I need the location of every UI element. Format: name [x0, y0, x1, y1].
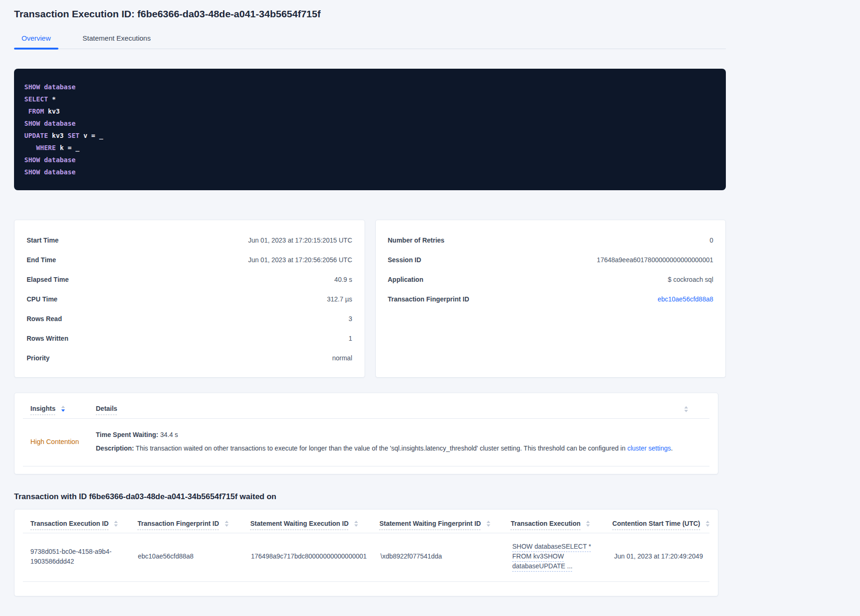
summary-card-session: Number of Retries 0 Session ID 17648a9ee… [375, 220, 726, 378]
sort-icon [225, 521, 229, 527]
column-header-contention-start-time[interactable]: Contention Start Time (UTC) [605, 520, 710, 527]
row-label: Number of Retries [388, 236, 444, 244]
details-column-header[interactable]: Details [96, 404, 117, 413]
row-value: Jun 01, 2023 at 17:20:15:2015 UTC [248, 236, 352, 244]
sort-icon [586, 521, 590, 527]
sort-icon [61, 406, 65, 412]
column-header-label: Transaction Execution [511, 520, 580, 527]
sort-icon [354, 521, 358, 527]
cell-statement-waiting-execution-id: 176498a9c717bdc80000000000000001 [244, 552, 373, 561]
row-value: $ cockroach sql [668, 276, 713, 283]
row-label: Priority [27, 354, 50, 362]
waited-on-table-header: Transaction Execution ID Transaction Fin… [23, 509, 710, 533]
summary-row-start-time: Start Time Jun 01, 2023 at 17:20:15:2015… [27, 230, 352, 250]
summary-row-session-id: Session ID 17648a9eea6017800000000000000… [388, 250, 714, 270]
cell-contention-start-time: Jun 01, 2023 at 17:20:49:2049 [607, 552, 710, 561]
row-value: 312.7 µs [327, 295, 352, 303]
column-header-label: Statement Waiting Fingerprint ID [380, 520, 481, 527]
column-header-statement-waiting-execution-id[interactable]: Statement Waiting Execution ID [243, 520, 372, 527]
cluster-settings-link[interactable]: cluster settings [627, 444, 671, 452]
row-value: 17648a9eea6017800000000000000001 [597, 256, 713, 264]
column-header-label: Insights [30, 405, 56, 412]
tab-overview[interactable]: Overview [14, 29, 58, 49]
row-label: Rows Read [27, 315, 62, 322]
row-value: 3 [349, 315, 352, 322]
insight-badge: High Contention [30, 438, 96, 445]
cell-transaction-fingerprint-id: ebc10ae56cfd88a8 [130, 552, 244, 561]
sort-icon [487, 521, 490, 527]
sort-icon[interactable] [684, 406, 688, 412]
table-row: 9738d051-bc0e-4158-a9b4-1903586ddd42 ebc… [23, 533, 710, 581]
column-header-transaction-execution-id[interactable]: Transaction Execution ID [23, 520, 130, 527]
tab-statement-executions-label: Statement Executions [83, 34, 151, 42]
summary-row-rows-read: Rows Read 3 [27, 309, 352, 329]
column-header-label: Details [96, 405, 117, 412]
column-header-label: Contention Start Time (UTC) [612, 520, 700, 527]
insight-details: Time Spent Waiting: 34.4 s Description: … [96, 430, 710, 453]
tab-statement-executions[interactable]: Statement Executions [75, 29, 158, 49]
cell-statement-waiting-fingerprint-id: \xdb8922f077541dda [373, 552, 505, 561]
summary-row-retries: Number of Retries 0 [388, 230, 714, 250]
row-value: 40.9 s [334, 276, 352, 283]
tab-bar: Overview Statement Executions [14, 29, 726, 49]
column-header-label: Transaction Fingerprint ID [137, 520, 219, 527]
row-label: Application [388, 276, 423, 283]
insights-column-header[interactable]: Insights [30, 405, 96, 412]
row-label: Start Time [27, 236, 58, 244]
sql-line: SHOW database [24, 81, 716, 93]
sort-icon [706, 521, 710, 527]
sql-line: SHOW database [24, 154, 716, 166]
cell-transaction-execution-id: 9738d051-bc0e-4158-a9b4-1903586ddd42 [23, 547, 130, 566]
insights-table: Insights Details High Contention Time Sp… [14, 393, 718, 474]
row-label: Session ID [388, 256, 422, 264]
column-header-statement-waiting-fingerprint-id[interactable]: Statement Waiting Fingerprint ID [372, 520, 503, 527]
row-label: Transaction Fingerprint ID [388, 295, 469, 303]
time-spent-waiting: Time Spent Waiting: 34.4 s [96, 430, 691, 439]
transaction-execution-link[interactable]: SHOW databaseSELECT * FROM kv3SHOW datab… [512, 543, 591, 570]
tab-overview-label: Overview [22, 34, 51, 42]
sql-line: SELECT * [24, 93, 716, 105]
row-label: Elapsed Time [27, 276, 69, 283]
sql-line: FROM kv3 [24, 105, 716, 117]
column-header-transaction-fingerprint-id[interactable]: Transaction Fingerprint ID [130, 520, 243, 527]
row-value: normal [332, 354, 352, 362]
insight-row: High Contention Time Spent Waiting: 34.4… [23, 419, 710, 466]
summary-row-priority: Priority normal [27, 348, 352, 368]
sql-line: SHOW database [24, 166, 716, 178]
waited-on-table: Transaction Execution ID Transaction Fin… [14, 509, 718, 596]
column-header-label: Transaction Execution ID [30, 520, 108, 527]
summary-card-timing: Start Time Jun 01, 2023 at 17:20:15:2015… [14, 220, 365, 378]
row-label: Rows Written [27, 335, 68, 342]
waited-on-heading: Transaction with ID f6be6366-da03-48de-a… [14, 492, 860, 501]
sort-icon [114, 521, 118, 527]
summary-row-elapsed-time: Elapsed Time 40.9 s [27, 270, 352, 289]
sql-line: UPDATE kv3 SET v = _ [24, 129, 716, 142]
summary-row-transaction-fingerprint-id: Transaction Fingerprint ID ebc10ae56cfd8… [388, 289, 714, 309]
row-value: 0 [710, 236, 713, 244]
column-header-label: Statement Waiting Execution ID [251, 520, 349, 527]
insights-table-header: Insights Details [23, 393, 710, 418]
sql-statements-box: SHOW database SELECT * FROM kv3 SHOW dat… [14, 69, 726, 190]
sql-line: WHERE k = _ [24, 142, 716, 154]
divider [23, 466, 710, 466]
row-value: Jun 01, 2023 at 17:20:56:2056 UTC [248, 256, 352, 264]
summary-cards-row: Start Time Jun 01, 2023 at 17:20:15:2015… [14, 220, 726, 378]
sql-line: SHOW database [24, 117, 716, 129]
row-label: CPU Time [27, 295, 57, 303]
active-tab-indicator [14, 48, 58, 50]
transaction-fingerprint-link[interactable]: ebc10ae56cfd88a8 [658, 295, 713, 303]
summary-row-rows-written: Rows Written 1 [27, 329, 352, 348]
column-header-transaction-execution[interactable]: Transaction Execution [503, 520, 605, 527]
summary-row-application: Application $ cockroach sql [388, 270, 714, 289]
row-value: 1 [349, 335, 352, 342]
insight-description: Description: This transaction waited on … [96, 444, 691, 453]
summary-row-cpu-time: CPU Time 312.7 µs [27, 289, 352, 309]
divider [23, 581, 710, 582]
row-label: End Time [27, 256, 56, 264]
summary-row-end-time: End Time Jun 01, 2023 at 17:20:56:2056 U… [27, 250, 352, 270]
page-title: Transaction Execution ID: f6be6366-da03-… [14, 8, 860, 20]
cell-transaction-execution: SHOW databaseSELECT * FROM kv3SHOW datab… [505, 542, 607, 571]
